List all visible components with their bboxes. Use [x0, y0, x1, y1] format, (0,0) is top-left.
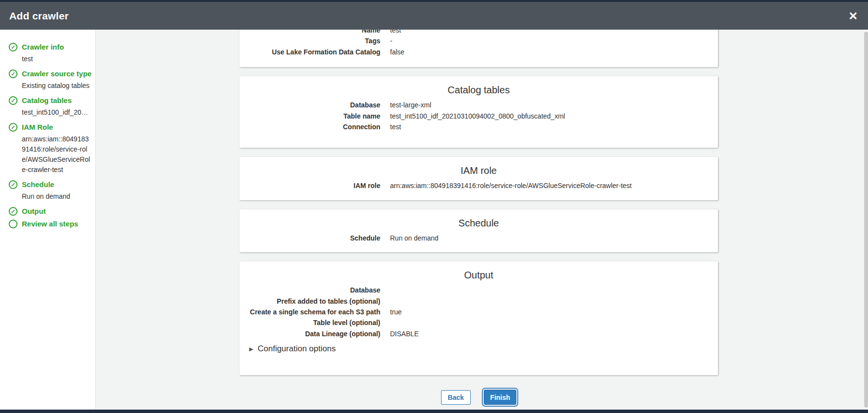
sidebar-step-value: arn:aws:iam::804918391416:role/service-r… [22, 134, 91, 175]
close-icon[interactable]: ✕ [849, 10, 858, 21]
step-complete-check-icon: ✓ [9, 69, 17, 78]
sidebar-step-output[interactable]: ✓Output [0, 206, 95, 217]
review-row-value: - [390, 35, 392, 46]
step-complete-check-icon: ✓ [9, 207, 17, 216]
finish-button[interactable]: Finish [484, 390, 516, 405]
review-row-value: true [390, 307, 402, 317]
sidebar-step-value: Existing catalog tables [22, 81, 91, 91]
review-row-label: Tags [249, 35, 380, 46]
vertical-scrollbar [863, 30, 868, 410]
wizard-header: Add crawler ✕ [0, 2, 868, 30]
review-row-value: test-large-xml [390, 100, 431, 110]
sidebar-step-value: test [22, 54, 91, 64]
review-row: ScheduleRun on demand [249, 233, 708, 243]
steps-sidebar: ✓Crawler infotest✓Crawler source typeExi… [0, 30, 96, 410]
review-row-label: Connection [249, 121, 380, 132]
review-card-crawler-info: NametestTags-Use Lake Formation Data Cat… [239, 30, 718, 67]
sidebar-step-label: Crawler info [22, 41, 64, 52]
review-row-label: Create a single schema for each S3 path [249, 307, 380, 317]
review-row: Databasetest-large-xml [249, 100, 708, 110]
review-card-schedule: ScheduleScheduleRun on demand [239, 209, 718, 252]
sidebar-step-label: IAM Role [22, 121, 53, 133]
review-row-label: Table level (optional) [249, 317, 380, 328]
review-row: Prefix added to tables (optional) [249, 296, 708, 307]
review-row-label: Prefix added to tables (optional) [249, 296, 380, 307]
review-row-label: IAM role [249, 180, 380, 191]
review-row: Table nametest_int5100_idf_2021031009400… [249, 111, 708, 121]
sidebar-step-crawler-source-type[interactable]: ✓Crawler source type [0, 68, 95, 79]
review-row: Use Lake Formation Data Catalogfalse [249, 47, 708, 57]
step-complete-check-icon: ✓ [9, 180, 17, 189]
card-title: Catalog tables [249, 83, 708, 97]
review-row-value: arn:aws:iam::804918391416:role/service-r… [390, 180, 631, 191]
review-row: Database [249, 285, 708, 295]
review-row-value: DISABLE [390, 328, 419, 339]
step-complete-check-icon: ✓ [9, 43, 17, 52]
review-row: Table level (optional) [249, 317, 708, 328]
review-row-value: Run on demand [390, 233, 439, 243]
review-row: Create a single schema for each S3 patht… [249, 307, 708, 317]
sidebar-step-label: Schedule [22, 179, 54, 190]
sidebar-step-label: Output [22, 206, 46, 217]
step-complete-check-icon: ✓ [9, 123, 17, 132]
review-row: Data Lineage (optional)DISABLE [249, 328, 708, 339]
review-row-value: false [390, 47, 405, 57]
review-row-label: Name [249, 30, 380, 35]
review-card-iam-role: IAM roleIAM rolearn:aws:iam::80491839141… [239, 157, 718, 200]
console-top-bar [0, 0, 868, 2]
sidebar-step-schedule[interactable]: ✓Schedule [0, 179, 95, 190]
add-crawler-wizard: Add crawler ✕ ✓Crawler infotest✓Crawler … [0, 0, 868, 413]
review-content: NametestTags-Use Lake Formation Data Cat… [96, 30, 863, 410]
configuration-options-label: Configuration options [257, 343, 336, 355]
review-row-value: test [390, 121, 401, 132]
step-complete-check-icon: ✓ [9, 96, 17, 105]
sidebar-step-label: Review all steps [22, 218, 78, 229]
review-card-catalog-tables: Catalog tablesDatabasetest-large-xmlTabl… [239, 76, 718, 148]
sidebar-step-value: Run on demand [22, 191, 91, 202]
review-row: IAM rolearn:aws:iam::804918391416:role/s… [249, 180, 708, 191]
review-row-value: test [390, 30, 401, 35]
scrollbar-thumb[interactable] [864, 32, 868, 408]
review-row-label: Database [249, 285, 380, 295]
card-title: Schedule [249, 216, 708, 230]
step-current-circle-icon [9, 220, 17, 228]
sidebar-step-crawler-info[interactable]: ✓Crawler info [0, 41, 95, 52]
sidebar-step-label: Crawler source type [22, 68, 91, 79]
sidebar-step-review-all-steps[interactable]: Review all steps [0, 218, 95, 229]
sidebar-step-label: Catalog tables [22, 95, 72, 106]
review-row: Connectiontest [249, 121, 708, 132]
review-row: Nametest [249, 30, 708, 35]
wizard-actions: Back Finish [239, 390, 718, 405]
review-row-label: Schedule [249, 233, 380, 243]
card-title: Output [249, 268, 708, 282]
sidebar-step-iam-role[interactable]: ✓IAM Role [0, 121, 95, 133]
back-button[interactable]: Back [441, 390, 471, 405]
page-title: Add crawler [9, 10, 68, 22]
sidebar-step-value: test_int5100_idf_20210310094002_0800_obf… [22, 107, 91, 118]
review-row-label: Database [249, 100, 380, 110]
console-bottom-bar [0, 410, 868, 413]
review-row-value: test_int5100_idf_20210310094002_0800_obf… [390, 111, 565, 121]
review-row-label: Table name [249, 111, 380, 121]
chevron-right-icon: ▶ [249, 343, 253, 355]
review-row-label: Use Lake Formation Data Catalog [249, 47, 380, 57]
card-title: IAM role [249, 164, 708, 177]
review-row-label: Data Lineage (optional) [249, 328, 380, 339]
sidebar-step-catalog-tables[interactable]: ✓Catalog tables [0, 95, 95, 106]
review-row: Tags- [249, 35, 708, 46]
configuration-options-expander[interactable]: ▶Configuration options [249, 343, 708, 355]
review-card-output: OutputDatabasePrefix added to tables (op… [239, 261, 718, 375]
